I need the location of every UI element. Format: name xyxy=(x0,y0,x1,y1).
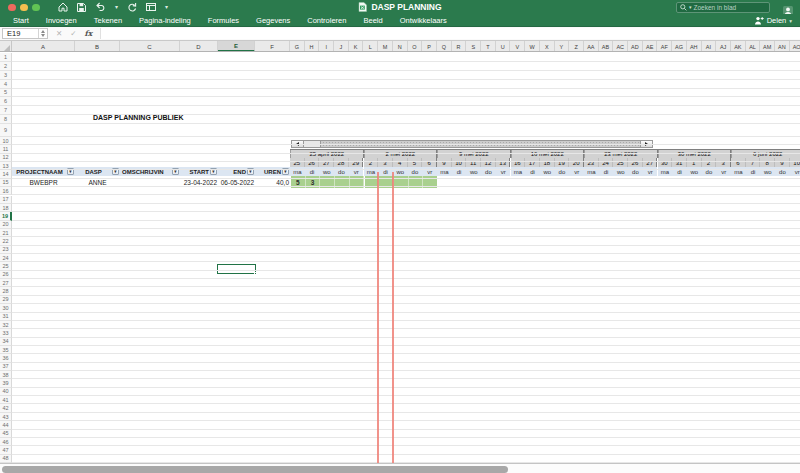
column-header-B[interactable]: B xyxy=(75,41,120,52)
ribbon-tab-ontwikkelaars[interactable]: Ontwikkelaars xyxy=(400,16,447,25)
column-header-K[interactable]: K xyxy=(349,41,364,52)
row-number-16[interactable]: 16 xyxy=(0,187,12,195)
column-header-AB[interactable]: AB xyxy=(599,41,614,52)
row-number-26[interactable]: 26 xyxy=(0,271,12,279)
column-header-AK[interactable]: AK xyxy=(731,41,746,52)
column-header-Z[interactable]: Z xyxy=(569,41,584,52)
row-number-40[interactable]: 40 xyxy=(0,388,12,396)
minimize-window-button[interactable] xyxy=(20,4,28,12)
row-number-25[interactable]: 25 xyxy=(0,262,12,270)
redo-icon[interactable] xyxy=(127,2,137,13)
row-number-47[interactable]: 47 xyxy=(0,446,12,454)
row-number-39[interactable]: 39 xyxy=(0,379,12,387)
column-header-O[interactable]: O xyxy=(408,41,423,52)
column-header-D[interactable]: D xyxy=(180,41,218,52)
row-number-32[interactable]: 32 xyxy=(0,321,12,329)
row-number-9[interactable]: 9 xyxy=(0,124,12,137)
column-header-M[interactable]: M xyxy=(378,41,393,52)
column-header-P[interactable]: P xyxy=(422,41,437,52)
name-box[interactable]: E19 xyxy=(2,28,48,39)
close-window-button[interactable] xyxy=(8,4,16,12)
ribbon-tab-gegevens[interactable]: Gegevens xyxy=(256,16,290,25)
ribbon-tab-beeld[interactable]: Beeld xyxy=(363,16,382,25)
column-header-R[interactable]: R xyxy=(452,41,467,52)
column-header-L[interactable]: L xyxy=(364,41,379,52)
row-number-41[interactable]: 41 xyxy=(0,396,12,404)
row-number-3[interactable]: 3 xyxy=(0,71,12,80)
column-header-H[interactable]: H xyxy=(305,41,320,52)
row-number-22[interactable]: 22 xyxy=(0,237,12,245)
row-number-12[interactable]: 12 xyxy=(0,154,12,162)
name-box-stepper[interactable] xyxy=(38,29,47,38)
select-all-corner[interactable] xyxy=(0,41,12,52)
column-header-I[interactable]: I xyxy=(319,41,334,52)
ribbon-tab-start[interactable]: Start xyxy=(13,16,29,25)
workbook-icon[interactable] xyxy=(146,2,156,13)
ribbon-tab-formules[interactable]: Formules xyxy=(208,16,239,25)
sheet-grid[interactable]: PROJECTNAAM▾ DASP▾ OMSCHRIJVIN▾ START▾ E… xyxy=(0,52,800,463)
column-header-Y[interactable]: Y xyxy=(555,41,570,52)
column-header-J[interactable]: J xyxy=(334,41,349,52)
ribbon-tab-pagina-indeling[interactable]: Pagina-indeling xyxy=(139,16,191,25)
column-header-AC[interactable]: AC xyxy=(613,41,628,52)
horizontal-scrollbar[interactable] xyxy=(0,463,800,473)
column-header-N[interactable]: N xyxy=(393,41,408,52)
column-header-AD[interactable]: AD xyxy=(628,41,643,52)
save-icon[interactable] xyxy=(77,2,86,13)
column-header-S[interactable]: S xyxy=(466,41,481,52)
undo-icon[interactable] xyxy=(95,2,106,13)
row-number-27[interactable]: 27 xyxy=(0,279,12,287)
column-header-AF[interactable]: AF xyxy=(658,41,673,52)
row-number-17[interactable]: 17 xyxy=(0,196,12,204)
column-header-V[interactable]: V xyxy=(511,41,526,52)
row-number-11[interactable]: 11 xyxy=(0,145,12,153)
row-number-15[interactable]: 15 xyxy=(0,179,12,187)
row-number-8[interactable]: 8 xyxy=(0,115,12,124)
row-number-42[interactable]: 42 xyxy=(0,404,12,412)
column-header-AJ[interactable]: AJ xyxy=(716,41,731,52)
insert-function-icon[interactable]: fx xyxy=(85,29,93,38)
row-number-24[interactable]: 24 xyxy=(0,254,12,262)
row-number-14[interactable]: 14 xyxy=(0,170,12,178)
row-number-1[interactable]: 1 xyxy=(0,53,12,62)
row-number-38[interactable]: 38 xyxy=(0,371,12,379)
column-header-AO[interactable]: AO xyxy=(790,41,800,52)
zoom-window-button[interactable] xyxy=(32,4,40,12)
column-header-A[interactable]: A xyxy=(12,41,75,52)
row-number-10[interactable]: 10 xyxy=(0,137,12,145)
row-number-44[interactable]: 44 xyxy=(0,421,12,429)
row-number-21[interactable]: 21 xyxy=(0,229,12,237)
horizontal-scrollbar-thumb[interactable] xyxy=(2,466,508,473)
ribbon-tab-tekenen[interactable]: Tekenen xyxy=(94,16,122,25)
row-number-5[interactable]: 5 xyxy=(0,89,12,98)
home-icon[interactable] xyxy=(58,2,68,13)
formula-input[interactable] xyxy=(100,28,800,39)
row-number-18[interactable]: 18 xyxy=(0,204,12,212)
column-header-G[interactable]: G xyxy=(290,41,305,52)
column-header-T[interactable]: T xyxy=(481,41,496,52)
share-button[interactable]: Delen ▾ xyxy=(754,14,792,27)
column-header-U[interactable]: U xyxy=(496,41,511,52)
row-number-37[interactable]: 37 xyxy=(0,363,12,371)
row-number-19[interactable]: 19 xyxy=(0,212,12,220)
row-number-46[interactable]: 46 xyxy=(0,438,12,446)
row-number-6[interactable]: 6 xyxy=(0,97,12,106)
column-header-AN[interactable]: AN xyxy=(775,41,790,52)
column-header-C[interactable]: C xyxy=(120,41,180,52)
row-number-30[interactable]: 30 xyxy=(0,304,12,312)
undo-dropdown-chevron-icon[interactable]: ▾ xyxy=(115,4,118,10)
column-header-AL[interactable]: AL xyxy=(746,41,761,52)
column-header-AM[interactable]: AM xyxy=(760,41,775,52)
search-input[interactable]: ▾ Zoeken in blad xyxy=(676,2,770,13)
row-number-34[interactable]: 34 xyxy=(0,338,12,346)
row-number-31[interactable]: 31 xyxy=(0,313,12,321)
row-number-28[interactable]: 28 xyxy=(0,287,12,295)
toolbar-overflow-chevron-icon[interactable]: ▾ xyxy=(165,4,168,10)
column-header-E[interactable]: E xyxy=(218,41,255,52)
ribbon-tab-invoegen[interactable]: Invoegen xyxy=(46,16,77,25)
cancel-entry-icon[interactable]: ✕ xyxy=(56,29,62,38)
row-number-4[interactable]: 4 xyxy=(0,80,12,89)
row-number-45[interactable]: 45 xyxy=(0,430,12,438)
row-number-13[interactable]: 13 xyxy=(0,162,12,170)
row-number-48[interactable]: 48 xyxy=(0,455,12,463)
